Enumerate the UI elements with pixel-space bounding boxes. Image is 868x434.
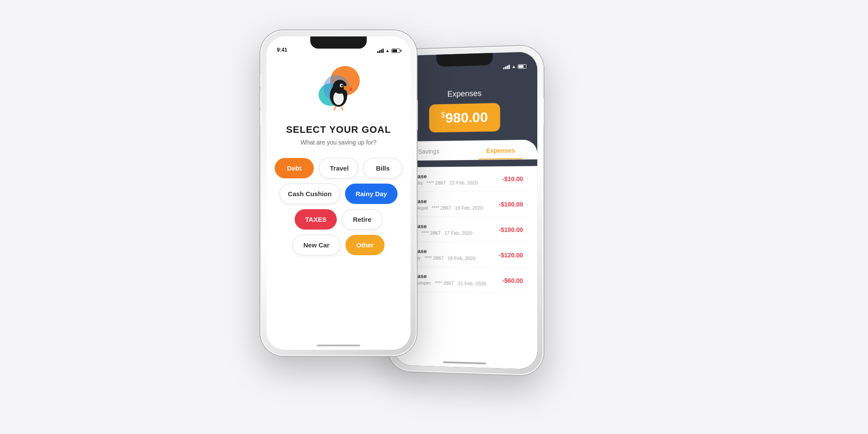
amount-value: 980.00 bbox=[445, 109, 488, 126]
dollar-sign: $ bbox=[441, 111, 445, 119]
chevron-right-icon: › bbox=[526, 175, 528, 181]
svg-line-9 bbox=[334, 106, 336, 110]
tx-right: -$60.00 › bbox=[502, 277, 529, 284]
amount-display: $980.00 bbox=[441, 109, 488, 126]
scene: 9:41 ▲ Expenses bbox=[239, 17, 629, 417]
table-row[interactable]: Purchase Staples **** 2867 17 Feb, 2020 … bbox=[402, 217, 528, 243]
goal-taxes-button[interactable]: TAXES bbox=[295, 209, 337, 230]
goal-travel-button[interactable]: Travel bbox=[319, 158, 358, 178]
power-button-front bbox=[417, 100, 418, 130]
front-time: 9:41 bbox=[277, 47, 287, 53]
front-home-indicator bbox=[317, 345, 360, 346]
tx-right: -$100.00 › bbox=[499, 201, 528, 207]
front-notch bbox=[310, 36, 367, 49]
volume-up-button bbox=[259, 91, 260, 107]
table-row[interactable]: Purchase Office Depot **** 2867 19 Feb, … bbox=[402, 191, 528, 217]
app-content: SELECT YOUR GOAL What are you saving up … bbox=[266, 56, 411, 350]
table-row[interactable]: Purchase Claim Jumper **** 2867 11 Feb, … bbox=[402, 266, 528, 293]
chevron-right-icon: › bbox=[526, 201, 528, 207]
app-title: SELECT YOUR GOAL bbox=[286, 124, 391, 135]
table-row[interactable]: Purchase Best Buy **** 2867 16 Feb, 2020… bbox=[402, 242, 528, 268]
logo-container bbox=[312, 64, 365, 116]
tx-right: -$100.00 › bbox=[499, 226, 528, 233]
back-signal bbox=[503, 64, 510, 69]
goal-debt-button[interactable]: Debt bbox=[275, 158, 314, 178]
front-phone-screen: 9:41 ▲ bbox=[266, 36, 411, 350]
toucan-logo bbox=[312, 64, 365, 116]
goals-row-2: Cash Cushion Rainy Day bbox=[277, 184, 400, 204]
back-wifi-icon: ▲ bbox=[512, 64, 516, 69]
front-status-icons: ▲ bbox=[377, 48, 400, 53]
volume-down-button bbox=[259, 110, 260, 126]
front-battery-icon bbox=[391, 49, 400, 53]
tx-amount: -$10.00 bbox=[502, 175, 523, 182]
front-phone: 9:41 ▲ bbox=[260, 30, 417, 356]
tx-amount: -$60.00 bbox=[502, 277, 523, 284]
goal-retire-button[interactable]: Retire bbox=[342, 209, 382, 230]
svg-line-10 bbox=[341, 106, 343, 110]
tx-right: -$10.00 › bbox=[502, 175, 529, 182]
chevron-right-icon: › bbox=[526, 252, 528, 258]
tx-right: -$120.00 › bbox=[499, 251, 528, 259]
tx-amount: -$120.00 bbox=[499, 251, 523, 259]
chevron-right-icon: › bbox=[526, 277, 528, 283]
front-signal bbox=[377, 49, 384, 53]
back-status-icons: ▲ bbox=[503, 64, 527, 69]
goals-row-4: New Car Other bbox=[277, 235, 400, 255]
goals-row-3: TAXES Retire bbox=[277, 209, 400, 230]
tx-amount: -$100.00 bbox=[499, 201, 523, 207]
svg-point-7 bbox=[341, 85, 343, 87]
tab-expenses[interactable]: Expenses bbox=[464, 147, 537, 160]
goal-new-car-button[interactable]: New Car bbox=[293, 235, 340, 255]
silent-switch bbox=[259, 74, 260, 87]
amount-badge: $980.00 bbox=[429, 103, 500, 132]
goals-row-1: Debt Travel Bills bbox=[277, 158, 400, 178]
expenses-title: Expenses bbox=[447, 89, 482, 99]
power-button bbox=[543, 98, 545, 125]
svg-point-8 bbox=[341, 85, 342, 85]
goal-bills-button[interactable]: Bills bbox=[363, 158, 402, 178]
back-notch bbox=[437, 53, 493, 67]
back-battery-icon bbox=[518, 64, 526, 69]
goals-grid: Debt Travel Bills Cash Cushion Rainy Day… bbox=[277, 158, 400, 255]
tx-amount: -$100.00 bbox=[499, 226, 523, 233]
goal-rainy-day-button[interactable]: Rainy Day bbox=[345, 184, 398, 204]
chevron-right-icon: › bbox=[526, 227, 528, 233]
goal-cash-cushion-button[interactable]: Cash Cushion bbox=[279, 184, 340, 204]
front-wifi-icon: ▲ bbox=[385, 48, 390, 53]
goal-other-button[interactable]: Other bbox=[345, 235, 385, 255]
app-subtitle: What are you saving up for? bbox=[300, 139, 376, 146]
table-row[interactable]: Purchase Starbucks **** 2867 21 Feb, 202… bbox=[402, 166, 528, 192]
